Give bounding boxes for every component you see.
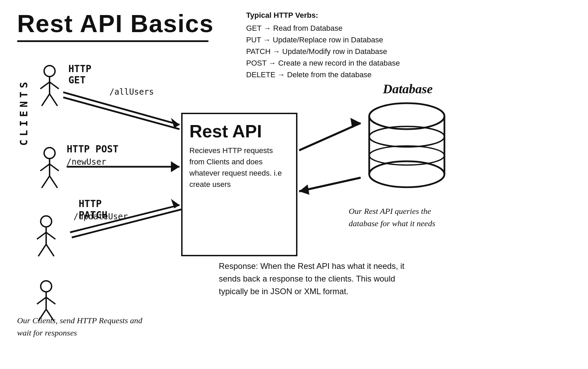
svg-line-11 bbox=[50, 176, 57, 188]
stick-figure-1 bbox=[38, 65, 62, 109]
svg-line-16 bbox=[38, 244, 46, 256]
verb-put: PUT → Update/Replace row in Database bbox=[246, 34, 400, 46]
database-label: Database bbox=[383, 81, 433, 96]
svg-line-2 bbox=[40, 82, 50, 89]
svg-line-4 bbox=[42, 94, 50, 106]
rest-api-box-title: Rest API bbox=[189, 121, 289, 141]
svg-marker-39 bbox=[350, 118, 361, 128]
svg-line-9 bbox=[50, 164, 59, 171]
svg-line-20 bbox=[37, 297, 46, 304]
stick-figure-3 bbox=[34, 215, 58, 260]
svg-point-29 bbox=[369, 146, 444, 165]
svg-marker-34 bbox=[171, 161, 179, 172]
http-verbs-section: Typical HTTP Verbs: GET → Read from Data… bbox=[246, 10, 400, 81]
newuser-label: /newUser bbox=[67, 157, 106, 167]
rest-api-box-text: Recieves HTTP requests from Clients and … bbox=[189, 145, 289, 190]
rest-api-queries-text: Our Rest API queries the database for wh… bbox=[349, 205, 458, 230]
verb-delete: DELETE → Delete from the database bbox=[246, 69, 400, 81]
title-underline bbox=[17, 40, 209, 42]
svg-line-32 bbox=[63, 97, 179, 129]
http-verbs-title: Typical HTTP Verbs: bbox=[246, 10, 400, 21]
svg-point-18 bbox=[41, 281, 52, 292]
svg-marker-41 bbox=[299, 184, 309, 195]
svg-line-17 bbox=[46, 244, 54, 256]
database-icon bbox=[362, 99, 451, 198]
allusers-label: /allUsers bbox=[109, 87, 154, 97]
svg-line-40 bbox=[299, 178, 361, 191]
verb-patch: PATCH → Update/Modify row in Database bbox=[246, 46, 400, 57]
clients-vertical-label: CLIENTS bbox=[18, 79, 30, 146]
svg-line-15 bbox=[46, 232, 55, 239]
svg-line-21 bbox=[46, 297, 55, 304]
svg-line-38 bbox=[299, 123, 361, 150]
svg-point-6 bbox=[44, 148, 55, 159]
rest-api-box: Rest API Recieves HTTP requests from Cli… bbox=[181, 113, 297, 256]
svg-point-24 bbox=[369, 103, 444, 129]
svg-line-5 bbox=[50, 94, 57, 106]
page-title: Rest API Basics bbox=[17, 10, 214, 38]
svg-line-3 bbox=[50, 82, 59, 89]
verb-get: GET → Read from Database bbox=[246, 23, 400, 34]
verb-post: POST → Create a new record in the databa… bbox=[246, 57, 400, 69]
svg-line-10 bbox=[42, 176, 50, 188]
http-post-label: HTTP POST bbox=[67, 144, 119, 155]
svg-line-8 bbox=[40, 164, 50, 171]
http-get-label: HTTPHTTP GETGET bbox=[68, 63, 91, 86]
svg-marker-36 bbox=[171, 199, 179, 208]
svg-point-12 bbox=[41, 216, 52, 227]
svg-point-0 bbox=[44, 66, 55, 77]
svg-line-14 bbox=[37, 232, 46, 239]
svg-line-30 bbox=[63, 92, 179, 125]
updateuser-label: /updateUser bbox=[74, 212, 128, 221]
clients-bottom-text: Our Clients, send HTTP Requests and wait… bbox=[17, 314, 147, 339]
page: Rest API Basics Typical HTTP Verbs: GET … bbox=[0, 0, 588, 369]
svg-marker-31 bbox=[171, 118, 179, 128]
stick-figure-2 bbox=[38, 147, 62, 191]
response-text: Response: When the Rest API has what it … bbox=[219, 260, 417, 298]
